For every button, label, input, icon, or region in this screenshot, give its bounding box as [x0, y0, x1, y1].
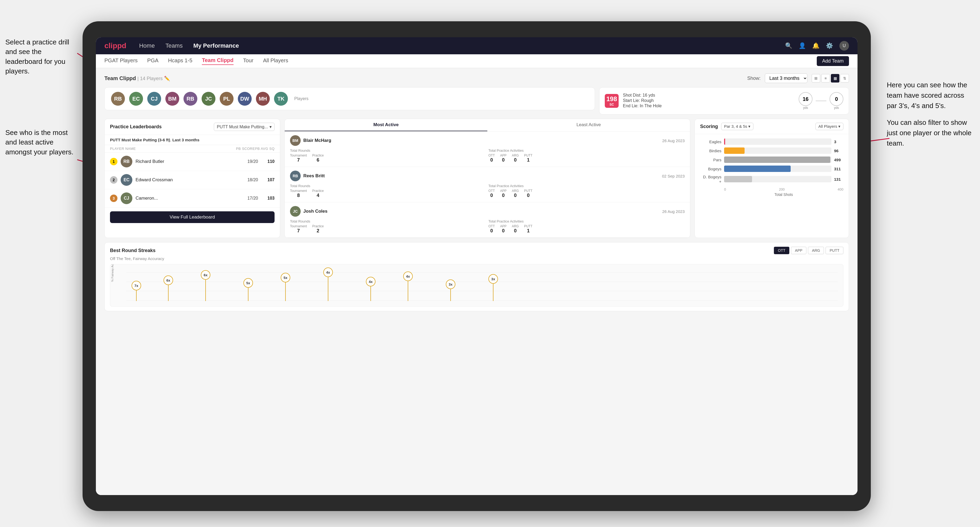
player-avatar-5[interactable]: RB [183, 92, 197, 106]
chart-x-axis: 0 200 400 [700, 186, 843, 191]
player-avatar-ec: EC [121, 174, 132, 186]
total-practice-label-1: Total Practice Activities [488, 149, 685, 152]
player-avatar-7[interactable]: PL [220, 92, 234, 106]
grid-line-3 [126, 291, 838, 291]
stat-row-rounds-2: Tournament 8 Practice 4 [290, 189, 486, 198]
player-name-3: Cameron... [135, 195, 239, 201]
scoring-header: Scoring Par 3, 4 & 5s ▾ All Players ▾ [695, 119, 849, 134]
subnav-all-players[interactable]: All Players [263, 57, 288, 65]
subnav-pga[interactable]: PGA [147, 57, 158, 65]
leaderboard-drill-name: PUTT Must Make Putting (3-6 ft) [110, 138, 170, 142]
chevron-down-icon: ▾ [269, 124, 272, 129]
streaks-filter-app[interactable]: APP [791, 247, 807, 254]
view-icons: ⊞ ≡ ▦ ⇅ [812, 74, 849, 83]
player-avatar-1[interactable]: RB [111, 92, 125, 106]
shot-detail-2: Start Lie: Rough [623, 98, 662, 103]
player-avatar-4[interactable]: BM [165, 92, 179, 106]
player-avatar-9[interactable]: MH [256, 92, 270, 106]
settings-icon[interactable]: ⚙️ [826, 42, 833, 49]
bar-fill-eagles [724, 138, 725, 145]
activity-name-1: Blair McHarg [303, 138, 331, 143]
stat-tournament-3: Tournament 7 [290, 224, 307, 234]
bar-value-pars: 499 [834, 157, 843, 162]
tab-least-active[interactable]: Least Active [487, 119, 690, 131]
activity-player-info-3: JC Josh Coles [290, 206, 328, 217]
add-team-button[interactable]: Add Team [817, 56, 849, 66]
col-player-name: PLAYER NAME [110, 147, 236, 151]
activity-stats-2: Total Rounds Tournament 8 Practice 4 [290, 184, 685, 198]
stat-practice-2: Practice 4 [312, 189, 323, 198]
user-avatar[interactable]: U [839, 41, 849, 51]
player-avatar-10[interactable]: TK [274, 92, 288, 106]
bar-track-pars [724, 157, 831, 163]
search-icon[interactable]: 🔍 [785, 42, 792, 49]
stat-arg-3: ARG 0 [512, 224, 519, 234]
subnav-team-clippd[interactable]: Team Clippd [202, 57, 234, 65]
scoring-players-filter[interactable]: All Players ▾ [815, 123, 843, 130]
activity-avatar-1: BM [290, 135, 301, 146]
leaderboard-filter-label: PUTT Must Make Putting... [217, 125, 268, 129]
subnav-pgat[interactable]: PGAT Players [104, 57, 138, 65]
navbar: clippd Home Teams My Performance 🔍 👤 🔔 ⚙… [96, 37, 858, 54]
streaks-filter-putt[interactable]: PUTT [826, 247, 843, 254]
player-avatar-rb: RB [121, 156, 132, 167]
streaks-title: Best Round Streaks [110, 248, 156, 253]
show-select[interactable]: Last 3 months Last month Last year [765, 73, 807, 83]
annotation-right-top-text: Here you can see how the team have score… [887, 80, 975, 111]
shot-circle-2: 0 [829, 92, 843, 106]
bar-track-bogeys [724, 165, 831, 172]
bar-row-dbogeys: D. Bogeys + 131 [700, 175, 843, 184]
leaderboard-title: Practice Leaderboards [110, 124, 162, 130]
activity-card: Most Active Least Active BM Blair McHarg… [285, 119, 690, 238]
subnav-tour[interactable]: Tour [243, 57, 253, 65]
subnav-hcaps[interactable]: Hcaps 1-5 [168, 57, 192, 65]
streak-dot-5: 5x [281, 273, 290, 301]
list-view-btn[interactable]: ≡ [821, 74, 830, 83]
player-avg-3: 103 [261, 196, 275, 201]
grid-view-btn[interactable]: ⊞ [812, 74, 820, 83]
tab-most-active[interactable]: Most Active [285, 119, 487, 131]
stat-tournament-2: Tournament 8 [290, 189, 307, 198]
stat-app-1: APP 0 [500, 154, 506, 163]
player-avatar-2[interactable]: EC [129, 92, 143, 106]
view-full-leaderboard-button[interactable]: View Full Leaderboard [110, 211, 275, 223]
player-avatar-6[interactable]: JC [202, 92, 215, 106]
team-title: Team Clippd | 14 Players ✏️ [104, 75, 170, 81]
bar-value-eagles: 3 [834, 140, 843, 144]
streaks-chart: % Fairway Accuracy 7x 6x [110, 264, 843, 306]
activity-avatar-3: JC [290, 206, 301, 217]
activity-player-header-1: BM Blair McHarg 26 Aug 2023 [290, 135, 685, 146]
shot-circle-2-label: yds [829, 106, 843, 110]
scoring-par-filter[interactable]: Par 3, 4 & 5s ▾ [721, 123, 753, 130]
nav-teams[interactable]: Teams [165, 42, 183, 49]
nav-my-performance[interactable]: My Performance [193, 42, 239, 49]
player-avatar-3[interactable]: CJ [147, 92, 161, 106]
sort-view-btn[interactable]: ⇅ [840, 74, 849, 83]
player-score-1: 19/20 [242, 159, 258, 164]
leaderboard-columns: PLAYER NAME PB SCORE PB AVG SQ [105, 145, 280, 152]
rank-badge-2: 2 [110, 176, 118, 184]
player-avatar-8[interactable]: DW [238, 92, 252, 106]
person-icon[interactable]: 👤 [799, 42, 806, 49]
subnav: PGAT Players PGA Hcaps 1-5 Team Clippd T… [96, 54, 858, 68]
leaderboard-card-header: Practice Leaderboards PUTT Must Make Put… [105, 119, 280, 135]
stat-practice-3: Practice 2 [312, 224, 323, 234]
stat-row-rounds-3: Tournament 7 Practice 2 [290, 224, 486, 234]
streaks-filter-arg[interactable]: ARG [808, 247, 824, 254]
streaks-filter-ott[interactable]: OTT [774, 247, 789, 254]
activity-date-2: 02 Sep 2023 [662, 174, 685, 178]
bell-icon[interactable]: 🔔 [812, 42, 819, 49]
content-grid: Practice Leaderboards PUTT Must Make Put… [104, 119, 849, 238]
annotation-top-left: Select a practice drill and see the lead… [5, 37, 77, 76]
scoring-card: Scoring Par 3, 4 & 5s ▾ All Players ▾ Ea… [695, 119, 849, 238]
streak-dot-2: 6x [164, 275, 173, 301]
total-rounds-label-1: Total Rounds [290, 149, 486, 152]
bar-track-birdies [724, 148, 831, 154]
nav-home[interactable]: Home [139, 42, 155, 49]
card-view-btn[interactable]: ▦ [831, 74, 839, 83]
leaderboard-filter[interactable]: PUTT Must Make Putting... ▾ [214, 123, 275, 131]
bar-value-dbogeys: 131 [834, 177, 843, 181]
player-name-2: Edward Crossman [135, 177, 239, 183]
activity-row-1: BM Blair McHarg 26 Aug 2023 Total Rounds… [285, 132, 690, 167]
rank-badge-3: 3 [110, 195, 118, 202]
